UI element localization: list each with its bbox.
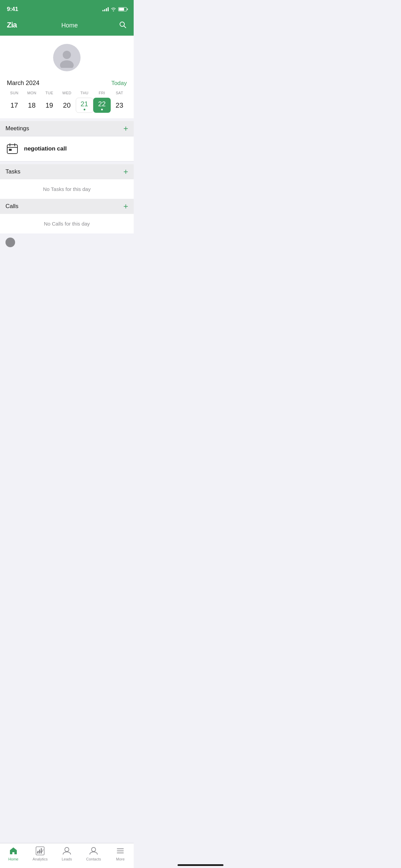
meetings-section-header: Meetings + <box>0 121 134 136</box>
status-time: 9:41 <box>7 6 18 13</box>
calendar-section: March 2024 Today SUN MON TUE WED THU FRI… <box>0 77 134 118</box>
calls-section-header: Calls + <box>0 199 134 214</box>
cal-dot-22 <box>101 109 103 110</box>
day-wed: WED <box>58 91 75 95</box>
day-fri: FRI <box>93 91 111 95</box>
svg-line-2 <box>124 26 126 28</box>
page-title: Home <box>61 22 78 29</box>
add-task-button[interactable]: + <box>123 168 128 176</box>
cal-date-18[interactable]: 18 <box>23 98 40 113</box>
cal-date-20[interactable]: 20 <box>58 98 75 113</box>
today-button[interactable]: Today <box>111 80 127 87</box>
nav-bar: Zia Home <box>0 16 134 36</box>
meeting-item-divider <box>0 161 134 161</box>
cal-date-19[interactable]: 19 <box>40 98 58 113</box>
tasks-section-header: Tasks + <box>0 164 134 179</box>
day-tue: TUE <box>40 91 58 95</box>
svg-rect-9 <box>9 149 12 151</box>
zia-logo[interactable]: Zia <box>7 19 21 32</box>
calendar-days-header: SUN MON TUE WED THU FRI SAT <box>5 91 128 95</box>
svg-rect-5 <box>7 145 17 154</box>
calendar-dates: 17 18 19 20 21 22 23 <box>5 98 128 113</box>
signal-icon <box>102 7 109 11</box>
cal-date-22[interactable]: 22 <box>93 98 111 113</box>
scroll-dot <box>5 238 15 247</box>
day-mon: MON <box>23 91 40 95</box>
avatar <box>53 44 81 71</box>
content-spacer <box>0 251 134 320</box>
cal-date-17[interactable]: 17 <box>5 98 23 113</box>
meeting-calendar-icon <box>5 142 19 156</box>
status-icons <box>102 7 127 11</box>
avatar-section <box>0 36 134 77</box>
tasks-title: Tasks <box>5 168 20 175</box>
meetings-title: Meetings <box>5 125 29 132</box>
meeting-title: negotiation call <box>24 145 67 152</box>
svg-point-3 <box>63 51 71 59</box>
day-sun: SUN <box>5 91 23 95</box>
search-button[interactable] <box>119 21 127 30</box>
add-meeting-button[interactable]: + <box>123 124 128 133</box>
calendar-header: March 2024 Today <box>5 77 128 91</box>
cal-dot-21 <box>84 109 85 110</box>
svg-text:Zia: Zia <box>7 21 17 29</box>
calls-title: Calls <box>5 203 19 210</box>
calendar-month: March 2024 <box>7 80 39 87</box>
svg-point-4 <box>60 60 74 68</box>
day-thu: THU <box>76 91 93 95</box>
tasks-empty: No Tasks for this day <box>0 179 134 199</box>
calls-empty: No Calls for this day <box>0 214 134 233</box>
wifi-icon <box>111 7 116 11</box>
cal-date-21[interactable]: 21 <box>76 98 93 113</box>
meeting-item[interactable]: negotiation call <box>0 136 134 161</box>
add-call-button[interactable]: + <box>123 202 128 210</box>
battery-icon <box>118 7 127 11</box>
scroll-indicator <box>0 233 134 251</box>
cal-date-23[interactable]: 23 <box>111 98 128 113</box>
day-sat: SAT <box>111 91 128 95</box>
status-bar: 9:41 <box>0 0 134 16</box>
